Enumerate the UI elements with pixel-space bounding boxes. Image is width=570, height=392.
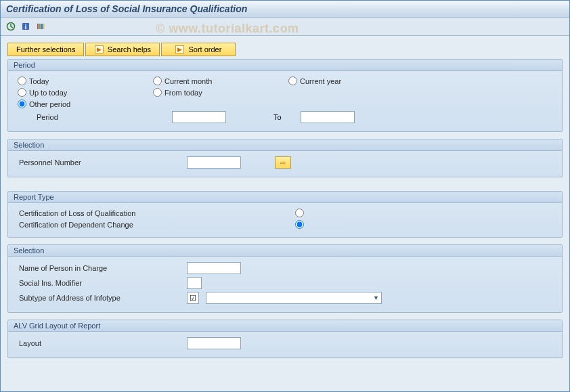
person-in-charge-input[interactable] (187, 262, 241, 274)
selection2-legend: Selection (8, 245, 562, 257)
svg-rect-5 (41, 24, 43, 29)
subtype-address-label: Subtype of Address of Infotype (18, 294, 180, 302)
radio-up-to-today[interactable]: Up to today (18, 88, 153, 97)
period-legend: Period (8, 60, 562, 71)
svg-rect-3 (37, 24, 39, 29)
main-window: Certification of Loss of Social Insuranc… (0, 0, 570, 392)
radio-up-to-today-label: Up to today (29, 89, 67, 97)
cert-dependent-label: Certification of Dependent Change (18, 221, 288, 229)
radio-current-year[interactable]: Current year (288, 77, 424, 85)
cert-loss-label: Certification of Loss of Qualification (18, 209, 288, 217)
variant-icon[interactable] (35, 20, 47, 32)
radio-today-input[interactable] (18, 77, 26, 85)
further-selections-label: Further selections (16, 45, 75, 53)
report-type-legend: Report Type (8, 192, 562, 203)
execute-icon[interactable] (5, 20, 17, 32)
radio-cert-loss[interactable] (295, 209, 304, 217)
svg-rect-4 (39, 24, 41, 29)
radio-current-month[interactable]: Current month (153, 77, 288, 85)
further-selections-button[interactable]: Further selections (7, 43, 84, 56)
search-helps-label: Search helps (108, 45, 151, 53)
radio-from-today[interactable]: From today (153, 88, 288, 97)
multiple-selection-button[interactable]: ⇨ (275, 156, 291, 169)
personnel-number-input[interactable] (187, 156, 241, 169)
layout-label: Layout (18, 339, 180, 347)
app-toolbar: i (1, 18, 569, 36)
period-field-label: Period (18, 113, 72, 121)
svg-rect-6 (43, 24, 45, 29)
chevron-down-icon: ▼ (373, 295, 379, 301)
subtype-dropdown[interactable]: ▼ (206, 292, 382, 304)
window-title: Certification of Loss of Social Insuranc… (1, 1, 569, 18)
radio-up-to-today-input[interactable] (18, 88, 26, 97)
period-to-label: To (273, 113, 294, 121)
social-ins-modifier-label: Social Ins. Modifier (18, 279, 180, 287)
radio-current-month-label: Current month (165, 77, 212, 85)
sort-order-button[interactable]: ▶ Sort order (161, 43, 236, 56)
arrow-right-icon: ▶ (175, 45, 184, 53)
period-to-input[interactable] (301, 111, 355, 123)
arrow-right-icon: ⇨ (280, 159, 286, 167)
radio-today[interactable]: Today (18, 77, 153, 85)
layout-input[interactable] (187, 337, 241, 349)
radio-other-period[interactable]: Other period (18, 100, 153, 108)
subtype-checkbox[interactable]: ☑ (187, 292, 199, 304)
radio-current-year-input[interactable] (288, 77, 297, 85)
selection1-legend: Selection (8, 139, 562, 151)
search-helps-button[interactable]: ▶ Search helps (85, 43, 160, 56)
radio-current-month-input[interactable] (153, 77, 162, 85)
period-from-input[interactable] (172, 111, 226, 123)
selection-buttons-row: Further selections ▶ Search helps ▶ Sort… (7, 43, 563, 56)
social-ins-modifier-input[interactable] (187, 277, 202, 289)
radio-from-today-input[interactable] (153, 88, 162, 97)
radio-from-today-label: From today (165, 89, 202, 97)
person-in-charge-label: Name of Person in Charge (18, 264, 180, 272)
alv-group: ALV Grid Layout of Report Layout (7, 320, 563, 358)
alv-legend: ALV Grid Layout of Report (8, 320, 562, 332)
radio-other-period-input[interactable] (18, 100, 26, 108)
radio-current-year-label: Current year (300, 77, 341, 85)
selection1-group: Selection Personnel Number ⇨ (7, 139, 563, 177)
radio-other-period-label: Other period (29, 100, 70, 108)
sort-order-label: Sort order (188, 45, 221, 53)
info-icon[interactable]: i (20, 20, 32, 32)
selection2-group: Selection Name of Person in Charge Socia… (7, 244, 563, 313)
radio-today-label: Today (29, 77, 49, 85)
personnel-number-label: Personnel Number (18, 158, 180, 167)
report-type-group: Report Type Certification of Loss of Qua… (7, 191, 563, 238)
content-area: Further selections ▶ Search helps ▶ Sort… (1, 36, 569, 391)
arrow-right-icon: ▶ (95, 45, 104, 53)
period-group: Period Today Current month Current year (7, 59, 563, 132)
svg-text:i: i (25, 23, 27, 30)
radio-cert-dependent[interactable] (295, 220, 304, 229)
